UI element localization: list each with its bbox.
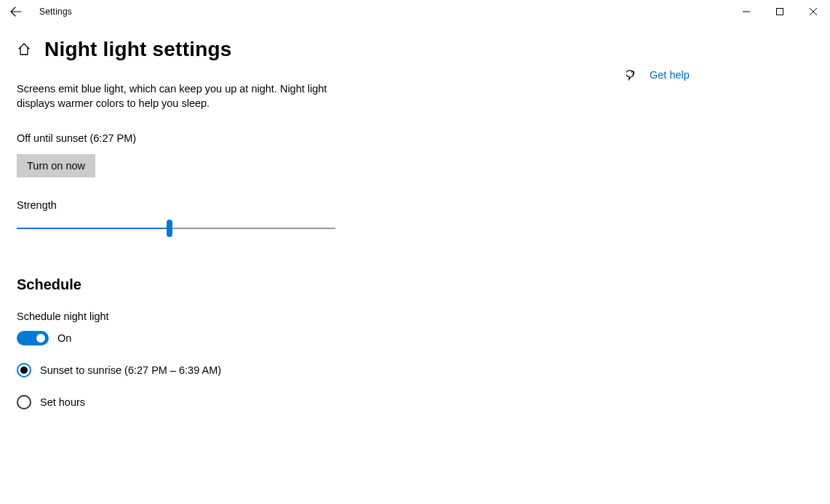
close-button[interactable] xyxy=(797,0,830,23)
home-button[interactable] xyxy=(17,42,31,57)
maximize-button[interactable] xyxy=(763,0,797,23)
back-button[interactable] xyxy=(0,0,32,23)
radio-label: Set hours xyxy=(40,396,85,408)
get-help-text[interactable]: Get help xyxy=(650,69,690,81)
page-description: Screens emit blue light, which can keep … xyxy=(17,81,351,111)
radio-dot xyxy=(20,367,28,374)
close-icon xyxy=(810,8,817,15)
page-title: Night light settings xyxy=(44,38,232,61)
schedule-heading: Schedule xyxy=(17,239,626,293)
window-title: Settings xyxy=(32,7,72,17)
back-arrow-icon xyxy=(10,6,22,17)
title-bar: Settings xyxy=(0,0,830,23)
minimize-button[interactable] xyxy=(730,0,763,23)
radio-indicator xyxy=(17,363,31,377)
get-help-link[interactable]: Get help xyxy=(626,68,815,81)
radio-indicator xyxy=(17,395,31,409)
slider-fill xyxy=(17,228,169,229)
turn-on-now-button[interactable]: Turn on now xyxy=(17,154,95,177)
page-header: Night light settings xyxy=(17,23,626,81)
radio-set-hours[interactable]: Set hours xyxy=(17,377,626,409)
home-icon xyxy=(17,42,31,57)
slider-thumb[interactable] xyxy=(167,220,172,237)
toggle-knob xyxy=(36,334,45,343)
strength-slider[interactable] xyxy=(17,218,335,239)
schedule-toggle[interactable] xyxy=(17,331,49,345)
svg-rect-0 xyxy=(777,9,783,15)
radio-sunset-to-sunrise[interactable]: Sunset to sunrise (6:27 PM – 6:39 AM) xyxy=(17,345,626,377)
window-controls xyxy=(730,0,830,23)
radio-label: Sunset to sunrise (6:27 PM – 6:39 AM) xyxy=(40,364,221,376)
schedule-toggle-label: Schedule night light xyxy=(17,293,626,322)
schedule-toggle-state: On xyxy=(57,332,71,344)
night-light-status: Off until sunset (6:27 PM) xyxy=(17,111,626,144)
help-icon xyxy=(626,68,639,81)
strength-label: Strength xyxy=(17,199,335,211)
svg-point-1 xyxy=(632,76,633,76)
maximize-icon xyxy=(776,8,783,15)
minimize-icon xyxy=(743,8,750,15)
